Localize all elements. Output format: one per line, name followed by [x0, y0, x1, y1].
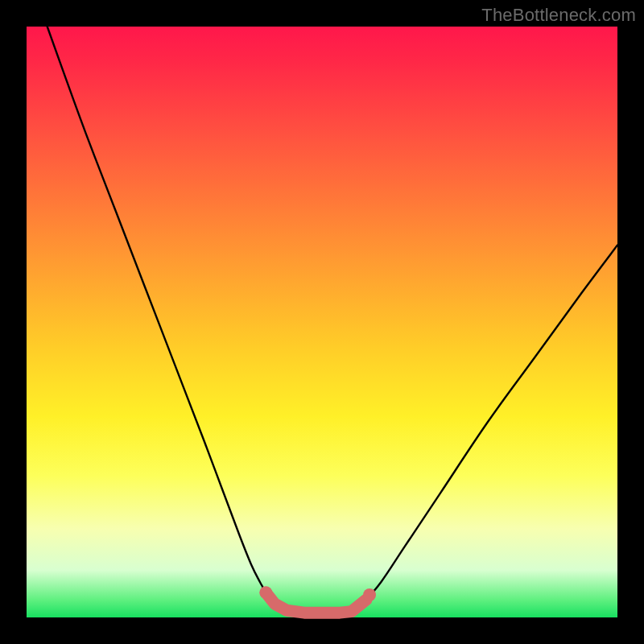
salmon-markers	[259, 586, 376, 613]
watermark-text: TheBottleneck.com	[481, 5, 636, 26]
plot-area	[27, 27, 617, 617]
outer-frame: TheBottleneck.com	[0, 0, 644, 644]
curve-svg	[27, 27, 617, 617]
salmon-dot-right	[363, 588, 376, 601]
salmon-dot-left	[259, 586, 272, 599]
bottleneck-curve	[47, 27, 617, 613]
salmon-segment-path	[266, 592, 366, 613]
